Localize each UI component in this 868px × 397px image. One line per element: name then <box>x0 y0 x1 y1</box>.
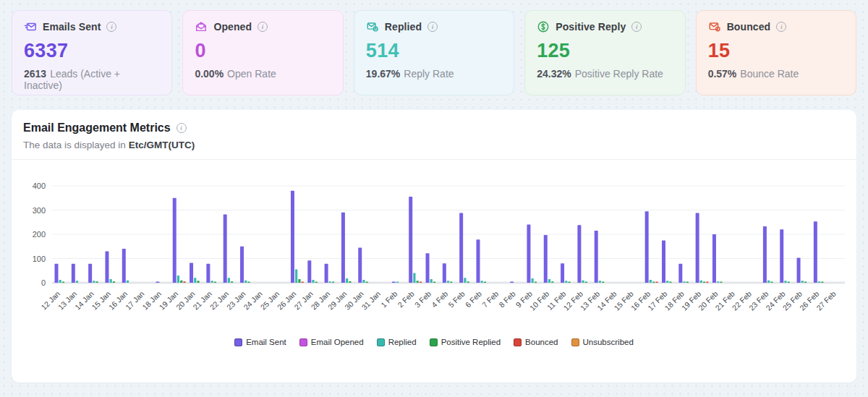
bar-email-sent[interactable] <box>173 198 176 283</box>
bar-replied[interactable] <box>312 280 314 283</box>
bar-replied[interactable] <box>532 278 534 283</box>
bar-email-sent[interactable] <box>595 231 598 283</box>
bar-positive-replied[interactable] <box>417 281 419 283</box>
bar-chart-canvas[interactable]: 010020030040012 Jan13 Jan14 Jan15 Jan16 … <box>16 177 854 328</box>
bar-replied[interactable] <box>700 281 702 283</box>
bar-positive-replied[interactable] <box>113 281 115 283</box>
bar-positive-replied[interactable] <box>366 282 368 283</box>
bar-positive-replied[interactable] <box>96 281 98 283</box>
bar-email-sent[interactable] <box>577 225 581 283</box>
bar-replied[interactable] <box>346 278 348 283</box>
bar-email-sent[interactable] <box>678 264 682 283</box>
bar-positive-replied[interactable] <box>804 282 807 283</box>
bar-email-sent[interactable] <box>645 211 649 283</box>
legend-item-bounced[interactable]: Bounced <box>514 338 558 346</box>
bar-email-sent[interactable] <box>224 215 227 283</box>
bar-email-sent[interactable] <box>341 213 345 283</box>
bar-replied[interactable] <box>447 281 449 283</box>
bar-bounced[interactable] <box>302 282 304 283</box>
info-icon[interactable]: i <box>176 123 187 133</box>
bar-positive-replied[interactable] <box>214 282 216 283</box>
bar-bounced[interactable] <box>183 281 185 283</box>
bar-replied[interactable] <box>194 278 196 283</box>
bar-email-sent[interactable] <box>392 282 396 283</box>
bar-replied[interactable] <box>565 281 567 283</box>
legend-item-replied[interactable]: Replied <box>377 338 417 346</box>
bar-replied[interactable] <box>666 281 668 283</box>
bar-replied[interactable] <box>767 281 770 283</box>
bar-positive-replied[interactable] <box>349 281 351 283</box>
bar-email-sent[interactable] <box>763 226 767 283</box>
bar-email-sent[interactable] <box>358 247 362 283</box>
bar-positive-replied[interactable] <box>585 282 587 283</box>
bar-replied[interactable] <box>801 281 804 283</box>
bar-positive-replied[interactable] <box>197 281 199 283</box>
bar-positive-replied[interactable] <box>62 282 64 283</box>
info-icon[interactable]: i <box>776 22 786 32</box>
bar-email-sent[interactable] <box>240 247 244 283</box>
bar-replied[interactable] <box>76 281 78 283</box>
bar-email-sent[interactable] <box>662 240 665 283</box>
bar-replied[interactable] <box>430 279 433 283</box>
bar-positive-replied[interactable] <box>821 282 823 283</box>
bar-positive-replied[interactable] <box>247 282 250 283</box>
bar-replied[interactable] <box>295 270 297 283</box>
bar-replied[interactable] <box>93 281 95 283</box>
bar-email-sent[interactable] <box>814 221 817 283</box>
bar-positive-replied[interactable] <box>467 281 469 283</box>
bar-email-sent[interactable] <box>780 229 783 283</box>
bar-positive-replied[interactable] <box>231 281 233 283</box>
bar-replied[interactable] <box>362 280 365 283</box>
bar-replied[interactable] <box>110 279 112 283</box>
bar-replied[interactable] <box>784 281 786 283</box>
bar-positive-replied[interactable] <box>602 282 604 283</box>
bar-positive-replied[interactable] <box>298 279 300 283</box>
bar-positive-replied[interactable] <box>770 282 773 283</box>
bar-email-sent[interactable] <box>72 264 75 283</box>
bar-email-sent[interactable] <box>105 251 109 283</box>
bar-email-sent[interactable] <box>510 282 514 283</box>
bar-replied[interactable] <box>59 280 61 283</box>
bar-positive-replied[interactable] <box>332 282 334 283</box>
bar-email-sent[interactable] <box>291 191 294 283</box>
bar-replied[interactable] <box>396 282 399 283</box>
bar-positive-replied[interactable] <box>315 282 318 283</box>
bar-positive-replied[interactable] <box>703 282 705 283</box>
bar-email-sent[interactable] <box>307 260 311 283</box>
legend-item-email-opened[interactable]: Email Opened <box>299 338 364 346</box>
bar-replied[interactable] <box>599 281 601 283</box>
bar-positive-replied[interactable] <box>686 282 689 283</box>
bar-replied[interactable] <box>127 281 129 283</box>
bar-email-sent[interactable] <box>459 213 463 283</box>
bar-replied[interactable] <box>228 278 230 283</box>
bar-replied[interactable] <box>481 281 483 283</box>
bar-replied[interactable] <box>818 281 820 283</box>
bar-replied[interactable] <box>582 281 584 283</box>
bar-replied[interactable] <box>244 281 247 283</box>
bar-bounced[interactable] <box>655 282 658 283</box>
bar-email-sent[interactable] <box>712 234 716 283</box>
info-icon[interactable]: i <box>631 22 642 32</box>
legend-item-email-sent[interactable]: Email Sent <box>234 338 286 346</box>
bar-email-sent[interactable] <box>206 264 210 283</box>
bar-email-sent[interactable] <box>426 253 430 283</box>
bar-replied[interactable] <box>717 281 719 283</box>
bar-positive-replied[interactable] <box>450 282 452 283</box>
legend-item-positive-replied[interactable]: Positive Replied <box>430 338 501 346</box>
bar-positive-replied[interactable] <box>484 282 486 283</box>
bar-email-sent[interactable] <box>561 263 564 283</box>
bar-replied[interactable] <box>650 280 652 283</box>
bar-replied[interactable] <box>210 281 213 283</box>
bar-replied[interactable] <box>329 281 331 283</box>
bar-positive-replied[interactable] <box>788 282 790 283</box>
bar-replied[interactable] <box>548 279 550 283</box>
bar-email-sent[interactable] <box>325 264 328 283</box>
legend-item-unsubscribed[interactable]: Unsubscribed <box>571 338 634 346</box>
bar-replied[interactable] <box>464 278 466 283</box>
bar-replied[interactable] <box>683 281 685 283</box>
bar-positive-replied[interactable] <box>652 282 655 283</box>
bar-email-sent[interactable] <box>544 235 548 283</box>
bar-email-sent[interactable] <box>190 263 193 283</box>
bar-email-sent[interactable] <box>443 263 446 283</box>
bar-replied[interactable] <box>177 276 179 283</box>
